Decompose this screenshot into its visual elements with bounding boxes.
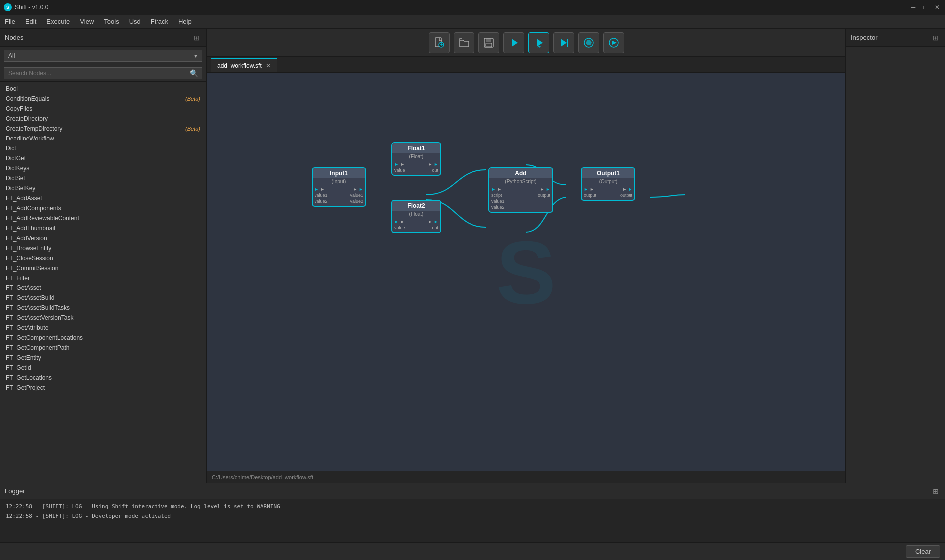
menu-edit[interactable]: Edit [20,16,41,27]
file-path-text: C:/Users/chime/Desktop/add_workflow.sft [212,474,313,480]
node-list-item-label: FT_CommitSession [6,265,58,272]
nodes-search-container: 🔍 [0,65,206,82]
node-list-item[interactable]: CopyFiles [0,104,206,114]
node-list-item[interactable]: FT_GetAttribute [0,323,206,333]
node-list-item-label: FT_GetAssetBuild [6,294,54,301]
new-file-button[interactable] [429,32,450,53]
node-list-item-label: FT_GetAssetVersionTask [6,314,73,321]
node-list-item[interactable]: Dict [0,143,206,153]
workflow-tab[interactable]: add_workflow.sft ✕ [211,58,277,72]
logger-expand[interactable]: ⊞ [931,487,940,496]
clear-button[interactable]: Clear [906,545,940,558]
titlebar-controls[interactable]: ─ □ ✕ [909,3,941,11]
stop-button[interactable] [578,32,599,53]
menu-usd[interactable]: Usd [124,16,146,27]
node-list-item[interactable]: FT_AddReviewableContent [0,213,206,223]
node-list-item-label: FT_GetProject [6,384,45,391]
node-list-item[interactable]: FT_GetAssetBuildTasks [0,303,206,313]
node-input1[interactable]: Input1 (Input) ►► value1 value2 ►► value… [312,167,366,207]
nodes-filter-container: All FT IO Logic Math ▼ [0,47,206,65]
port-add-out-output: output [538,193,550,198]
node-list-item[interactable]: FT_AddAsset [0,193,206,203]
open-file-button[interactable] [454,32,474,53]
node-add-right-ports: ►► output [536,186,552,211]
execute-loop-button[interactable] [603,32,624,53]
node-list-item-label: DictSetKey [6,185,35,192]
node-list-item-label: FT_GetEntity [6,354,41,361]
port-o1-out-exec: ►► [622,187,632,192]
node-list-item-label: DictKeys [6,165,29,172]
minimize-button[interactable]: ─ [909,3,917,11]
top-area: Nodes ⊞ All FT IO Logic Math ▼ 🔍 [0,29,945,483]
node-list-item[interactable]: FT_GetComponentPath [0,343,206,353]
menu-help[interactable]: Help [173,16,197,27]
menu-file[interactable]: File [0,16,20,27]
node-list-item[interactable]: CreateDirectory [0,114,206,124]
menu-view[interactable]: View [75,16,99,27]
log-line: 12:22:58 - [SHIFT]: LOG - Developer mode… [6,512,939,521]
inspector-expand[interactable]: ⊞ [931,33,940,42]
node-list-item[interactable]: FT_AddThumbnail [0,223,206,233]
save-file-button[interactable] [478,32,499,53]
svg-marker-7 [512,39,518,47]
node-list-item[interactable]: FT_AddVersion [0,233,206,243]
node-list-item[interactable]: FT_GetEntity [0,353,206,363]
port-f1-out: out [432,168,438,173]
maximize-button[interactable]: □ [921,3,929,11]
node-list-item-beta: (Beta) [185,96,200,102]
tab-close-button[interactable]: ✕ [266,62,271,69]
node-list-item[interactable]: FT_CommitSession [0,263,206,273]
connections-svg [207,73,845,471]
node-list-item[interactable]: DictGet [0,153,206,163]
node-list-item[interactable]: FT_GetId [0,363,206,373]
execute-selected-button[interactable] [528,32,549,53]
node-list-item-label: FT_CloseSession [6,255,53,262]
node-list-item[interactable]: FT_GetProject [0,383,206,393]
node-list-item[interactable]: Bool [0,84,206,94]
node-list-item[interactable]: DictKeys [0,163,206,173]
node-list-item[interactable]: FT_GetLocations [0,373,206,383]
port-f2-out-exec: ►► [428,219,438,224]
menu-execute[interactable]: Execute [41,16,75,27]
node-list-item[interactable]: FT_GetComponentLocations [0,333,206,343]
node-add[interactable]: Add (PythonScript) ►► script value1 valu… [488,167,553,213]
workflow-canvas[interactable]: S Input1 (Input) [207,73,845,471]
menu-ftrack[interactable]: Ftrack [146,16,173,27]
node-output1[interactable]: Output1 (Output) ►► output ►► output [581,167,635,201]
node-input1-header: Input1 [313,168,365,178]
svg-marker-14 [612,41,617,45]
node-list-item[interactable]: FT_AddComponents [0,203,206,213]
node-list-item[interactable]: DeadlineWorkflow [0,134,206,143]
node-list-item-label: FT_GetLocations [6,374,52,381]
nodes-search-input[interactable] [4,67,202,79]
node-float2-left-ports: ►► value [392,218,407,231]
node-list-item[interactable]: DictSet [0,173,206,183]
node-list-item[interactable]: FT_GetAssetBuild [0,293,206,303]
close-button[interactable]: ✕ [933,3,941,11]
node-list-item[interactable]: FT_BrowseEntity [0,243,206,253]
node-list-item[interactable]: FT_GetAsset [0,283,206,293]
menu-tools[interactable]: Tools [99,16,124,27]
nodes-panel-title: Nodes [5,34,24,41]
port-add-in-value1: value1 [491,199,505,204]
execute-continue-button[interactable] [553,32,574,53]
node-list-item[interactable]: CreateTempDirectory(Beta) [0,124,206,134]
node-list-item[interactable]: DictSetKey [0,183,206,193]
logger-footer: Clear [0,542,945,560]
port-in-exec: ►► [315,187,328,192]
node-list-item[interactable]: FT_CloseSession [0,253,206,263]
node-list-item[interactable]: ConditionEquals(Beta) [0,94,206,104]
node-list-item-label: Bool [6,85,18,92]
node-float2[interactable]: Float2 (Float) ►► value ►► out [391,200,441,233]
execute-button[interactable] [503,32,524,53]
node-list-item-label: Dict [6,145,16,152]
node-float1-left-ports: ►► value [392,161,407,174]
svg-rect-5 [486,38,491,42]
node-float2-ports: ►► value ►► out [392,217,440,232]
node-float1[interactable]: Float1 (Float) ►► value ►► out [391,142,441,176]
nodes-panel-expand[interactable]: ⊞ [192,33,201,42]
node-list-item[interactable]: FT_GetAssetVersionTask [0,313,206,323]
node-list-item[interactable]: FT_Filter [0,273,206,283]
nodes-filter-select[interactable]: All FT IO Logic Math [4,50,202,62]
port-out-value2: value2 [350,199,363,204]
